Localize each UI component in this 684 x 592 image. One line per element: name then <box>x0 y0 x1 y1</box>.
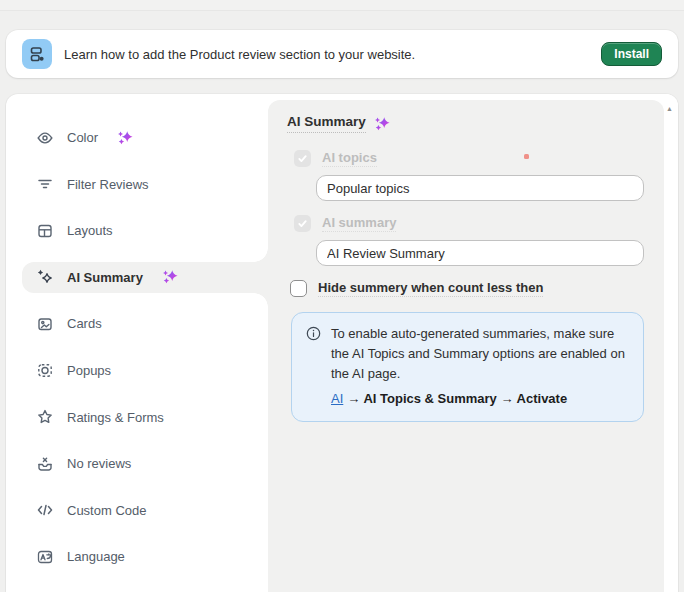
sidebar-item-language[interactable]: Language <box>22 541 268 572</box>
ai-sparkle-badge-icon <box>162 269 178 285</box>
code-icon <box>36 501 54 519</box>
top-divider <box>0 0 684 11</box>
ai-summary-checkbox[interactable] <box>294 215 311 232</box>
sidebar-item-label: No reviews <box>67 456 131 471</box>
sidebar-item-label: Color <box>67 130 98 145</box>
ai-summary-input[interactable] <box>316 240 644 266</box>
required-marker <box>524 154 529 159</box>
no-reviews-icon <box>36 455 54 473</box>
scrollbar[interactable]: ▲ <box>664 100 678 592</box>
info-icon <box>306 326 321 409</box>
sidebar-item-label: Filter Reviews <box>67 177 149 192</box>
language-icon <box>36 548 54 566</box>
install-button[interactable]: Install <box>601 42 662 66</box>
hide-summary-checkbox[interactable] <box>290 280 307 297</box>
panel-title: AI Summary <box>287 114 366 133</box>
install-banner: Learn how to add the Product review sect… <box>6 30 678 78</box>
sidebar-item-label: Ratings & Forms <box>67 410 164 425</box>
sidebar-item-label: Cards <box>67 316 102 331</box>
ai-page-link[interactable]: AI <box>331 391 343 406</box>
ai-summary-row: AI summary <box>294 215 645 232</box>
popups-icon <box>36 361 54 379</box>
sidebar-item-label: AI Summary <box>67 270 143 285</box>
sidebar-item-label: Layouts <box>67 223 113 238</box>
ai-topics-checkbox[interactable] <box>294 150 311 167</box>
sidebar-item-label: Popups <box>67 363 111 378</box>
sidebar-item-ai-summary[interactable]: AI Summary <box>22 262 268 293</box>
sidebar-item-color[interactable]: Color <box>22 122 268 153</box>
ai-sparkle-badge-icon <box>374 116 390 132</box>
layouts-icon <box>36 222 54 240</box>
settings-content: AI Summary AI topics <box>268 94 678 592</box>
ai-summary-label: AI summary <box>322 215 396 232</box>
sidebar-item-layouts[interactable]: Layouts <box>22 215 268 246</box>
ai-topics-input[interactable] <box>316 175 644 201</box>
ai-summary-panel: AI Summary AI topics <box>268 100 664 592</box>
sidebar-item-no-reviews[interactable]: No reviews <box>22 448 268 479</box>
info-message: To enable auto-generated summaries, make… <box>331 326 625 381</box>
ai-topics-row: AI topics <box>294 150 645 167</box>
color-icon <box>36 129 54 147</box>
banner-message: Learn how to add the Product review sect… <box>64 47 601 62</box>
settings-card: Color Filter Reviews Layouts <box>6 94 678 592</box>
ai-sparkle-badge-icon <box>117 130 133 146</box>
sidebar-item-filter-reviews[interactable]: Filter Reviews <box>22 169 268 200</box>
sidebar-item-label: Custom Code <box>67 503 146 518</box>
sidebar-item-popups[interactable]: Popups <box>22 355 268 386</box>
sidebar-item-cards[interactable]: Cards <box>22 308 268 339</box>
sidebar-item-custom-code[interactable]: Custom Code <box>22 495 268 526</box>
settings-sidebar: Color Filter Reviews Layouts <box>6 94 268 592</box>
info-banner: To enable auto-generated summaries, make… <box>291 312 644 422</box>
ai-topics-label: AI topics <box>322 150 377 167</box>
filter-icon <box>36 175 54 193</box>
sidebar-item-label: Language <box>67 549 125 564</box>
info-path: → AI Topics & Summary → Activate <box>347 391 567 406</box>
hide-summary-label: Hide summery when count less then <box>318 280 543 297</box>
star-icon <box>36 408 54 426</box>
hide-summary-row: Hide summery when count less then <box>290 280 645 297</box>
scroll-up-icon[interactable]: ▲ <box>666 105 673 112</box>
sidebar-item-ratings-forms[interactable]: Ratings & Forms <box>22 402 268 433</box>
ai-sparkle-icon <box>36 268 54 286</box>
cards-icon <box>36 315 54 333</box>
section-app-icon <box>22 39 52 69</box>
